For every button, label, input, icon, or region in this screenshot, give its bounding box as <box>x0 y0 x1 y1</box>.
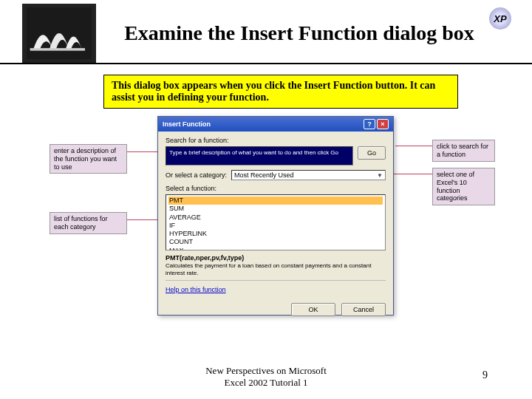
list-item[interactable]: SUM <box>168 205 383 213</box>
search-label: Search for a function: <box>166 137 386 144</box>
cancel-button[interactable]: Cancel <box>341 303 386 316</box>
callout-categories: select one of Excel's 10 function catego… <box>432 168 495 205</box>
chevron-down-icon: ▼ <box>377 172 383 179</box>
highlight-note: This dialog box appears when you click t… <box>103 75 458 109</box>
callout-enter-description: enter a description of the function you … <box>50 144 127 174</box>
select-function-label: Select a function: <box>166 185 386 192</box>
help-link[interactable]: Help on this function <box>166 286 226 293</box>
callout-function-list: list of functions for each category <box>50 212 127 234</box>
list-item[interactable]: IF <box>168 222 383 230</box>
logo-image <box>22 4 96 63</box>
list-item[interactable]: PMT <box>168 197 383 205</box>
dialog-titlebar: Insert Function ? × <box>158 117 393 132</box>
dialog-title: Insert Function <box>163 120 211 128</box>
slide-header: Examine the Insert Function dialog box <box>0 0 532 64</box>
category-label: Or select a category: <box>166 171 227 179</box>
list-item[interactable]: MAX <box>168 247 383 251</box>
help-icon[interactable]: ? <box>364 119 375 129</box>
slide-footer: New Perspectives on Microsoft Excel 2002… <box>0 365 532 389</box>
page-number: 9 <box>482 369 488 381</box>
category-select[interactable]: Most Recently Used ▼ <box>231 170 386 180</box>
go-button[interactable]: Go <box>358 146 386 160</box>
function-signature: PMT(rate,nper,pv,fv,type) <box>166 254 386 262</box>
footer-line2: Excel 2002 Tutorial 1 <box>0 377 532 389</box>
xp-badge: XP <box>489 7 511 30</box>
slide-title: Examine the Insert Function dialog box <box>111 21 517 46</box>
footer-line1: New Perspectives on Microsoft <box>0 365 532 377</box>
function-list[interactable]: PMT SUM AVERAGE IF HYPERLINK COUNT MAX <box>166 194 386 250</box>
callout-search: click to search for a function <box>432 140 495 162</box>
list-item[interactable]: AVERAGE <box>168 214 383 222</box>
insert-function-dialog: Insert Function ? × Search for a functio… <box>157 116 394 316</box>
close-icon[interactable]: × <box>377 119 389 129</box>
ok-button[interactable]: OK <box>291 303 335 316</box>
svg-rect-1 <box>30 48 85 51</box>
list-item[interactable]: COUNT <box>168 238 383 246</box>
diagram-area: enter a description of the function you … <box>59 116 473 330</box>
arrow <box>395 146 432 146</box>
search-input[interactable]: Type a brief description of what you wan… <box>166 146 353 166</box>
list-item[interactable]: HYPERLINK <box>168 230 383 238</box>
dialog-body: Search for a function: Type a brief desc… <box>158 132 393 299</box>
dialog-footer: OK Cancel <box>158 299 393 322</box>
function-description: Calculates the payment for a loan based … <box>166 262 386 276</box>
category-value: Most Recently Used <box>234 171 294 179</box>
